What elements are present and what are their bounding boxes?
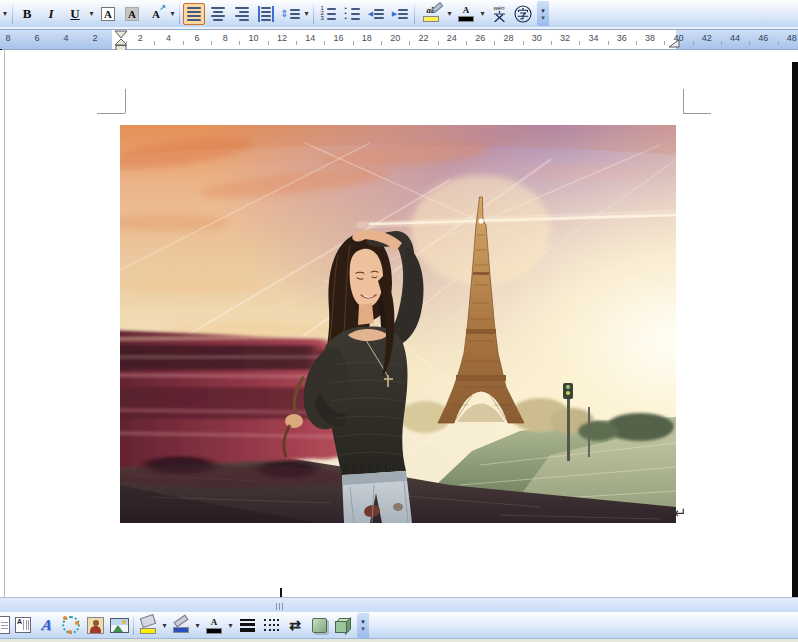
distributed-button[interactable] [255,3,277,25]
ruler-number: 26 [473,33,487,43]
increase-indent-arrow-icon: ▶ [392,10,397,18]
ruler-number: 8 [218,33,232,43]
underline-dropdown-arrow[interactable] [87,3,96,25]
ruler-number: 22 [417,33,431,43]
word-application-window: B I U A A A ↗ ⇕ 1 [0,0,798,642]
fill-color-button[interactable] [137,614,159,636]
justify-button[interactable] [183,3,205,25]
ruler-number: 20 [388,33,402,43]
line-spacing-button[interactable]: ⇕ [279,3,301,25]
ruler-number: 36 [615,33,629,43]
ruler-tick [211,41,212,45]
character-border-icon: A [101,7,115,21]
line-style-button[interactable] [236,614,258,636]
enclose-characters-button[interactable] [512,3,534,25]
text-box-button-partial[interactable] [0,614,10,636]
bold-button[interactable]: B [16,3,38,25]
ruler-number: 44 [728,33,742,43]
ruler-tick [608,41,609,45]
line-style-icon [240,619,255,632]
drawing-toolbar-options-button[interactable] [357,613,369,638]
ruler-tick [749,41,750,45]
ruler-tick [523,41,524,45]
line-color-button[interactable] [170,614,192,636]
underline-button[interactable]: U [64,3,86,25]
underline-label: U [70,6,79,22]
bullets-button[interactable]: • • • [341,3,363,25]
ruler-tick [296,41,297,45]
center-button[interactable] [207,3,229,25]
fill-color-dropdown-arrow[interactable] [160,614,169,636]
ruler-number: 6 [190,33,204,43]
right-edge-strip [792,62,798,597]
wordart-icon: A [41,617,53,634]
scrollbar-thumb[interactable] [0,599,560,612]
text-box-icon [0,616,10,634]
dash-style-button[interactable] [260,614,282,636]
ruler-number: 2 [88,33,102,43]
vertical-text-box-button[interactable]: A [12,614,34,636]
ruler-number: 12 [275,33,289,43]
font-size-dropdown-arrow-partial[interactable] [0,3,10,25]
line-spacing-lines-icon [290,8,300,20]
ruler-tick [579,41,580,45]
ruler-tick [636,41,637,45]
clip-art-button[interactable] [84,614,106,636]
document-area[interactable]: ↵ [0,50,798,597]
shadow-style-button[interactable] [308,614,330,636]
ruler-number: 2 [133,33,147,43]
bold-label: B [23,6,32,22]
line-spacing-dropdown-arrow[interactable] [302,3,311,25]
scaling-arrow-icon: ↗ [159,3,166,12]
font-color-button[interactable]: A [455,3,477,25]
character-scaling-dropdown-arrow[interactable] [168,3,177,25]
character-border-button[interactable]: A [97,3,119,25]
ruler-tick [494,41,495,45]
align-right-button[interactable] [231,3,253,25]
ruler-row: 8642246810121416182022242628303234363840… [0,27,798,50]
drawing-font-color-dropdown-arrow[interactable] [226,614,235,636]
phonetic-guide-button[interactable]: wén [488,3,510,25]
threed-style-button[interactable] [332,614,354,636]
decrease-indent-arrow-icon: ◀ [368,10,373,18]
clip-art-icon [87,617,104,634]
character-shading-button[interactable]: A [121,3,143,25]
wordart-button[interactable]: A [36,614,58,636]
ruler-tick [693,41,694,45]
center-icon [211,6,225,22]
arrow-style-button[interactable]: ⇄ [284,614,306,636]
diagram-button[interactable] [60,614,82,636]
toolbar-options-button[interactable] [537,1,549,26]
align-right-icon [235,6,249,22]
horizontal-scrollbar[interactable] [0,597,798,613]
numbering-button[interactable]: 1 2 3 [317,3,339,25]
ruler-number: 42 [700,33,714,43]
ruler-number: 18 [360,33,374,43]
ruler-tick [438,41,439,45]
decrease-indent-lines-icon [374,8,384,20]
highlight-dropdown-arrow[interactable] [445,3,454,25]
character-scaling-button[interactable]: A ↗ [145,3,167,25]
ruler-tick [551,41,552,45]
distributed-icon [258,6,274,22]
ruler-number: 48 [785,33,798,43]
bullets-icon: • • • [345,6,360,21]
italic-button[interactable]: I [40,3,62,25]
document-picture[interactable] [120,125,676,523]
line-color-dropdown-arrow[interactable] [193,614,202,636]
ruler-tick [721,41,722,45]
drawing-font-color-button[interactable]: A [203,614,225,636]
ruler-number: 6 [30,33,44,43]
insert-picture-button[interactable] [108,614,130,636]
italic-label: I [48,6,53,22]
decrease-indent-button[interactable]: ◀ [365,3,387,25]
drawing-font-color-icon: A [206,617,222,634]
ruler-bar[interactable]: 8642246810121416182022242628303234363840… [0,29,798,48]
toolbar-separator [414,4,415,24]
toolbar-separator [179,4,180,24]
increase-indent-button[interactable]: ▶ [389,3,411,25]
highlight-button[interactable]: ab [418,3,444,25]
threed-style-icon [335,617,351,633]
paragraph-mark: ↵ [674,505,687,520]
font-color-dropdown-arrow[interactable] [478,3,487,25]
